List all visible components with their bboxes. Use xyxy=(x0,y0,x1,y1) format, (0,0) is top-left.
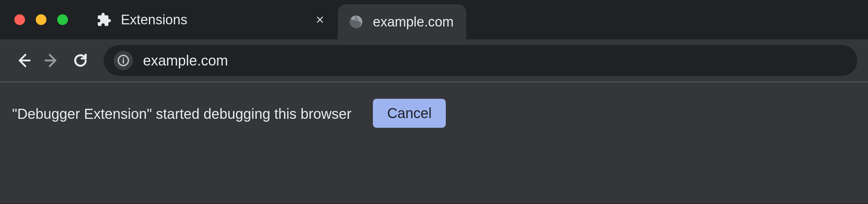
tab-title: Extensions xyxy=(121,12,187,28)
window-close-button[interactable] xyxy=(14,14,25,25)
extension-icon xyxy=(97,12,112,27)
forward-button[interactable] xyxy=(39,48,64,73)
globe-icon xyxy=(349,14,364,29)
toolbar: example.com xyxy=(0,39,868,82)
tab-strip: Extensions example.com xyxy=(0,0,868,39)
tab-extensions[interactable]: Extensions xyxy=(88,0,338,39)
window-controls xyxy=(14,14,68,25)
tab-example-com[interactable]: example.com xyxy=(338,4,466,39)
site-info-button[interactable] xyxy=(114,51,133,70)
tab-close-button[interactable] xyxy=(315,14,325,25)
url-text: example.com xyxy=(143,53,228,69)
window-minimize-button[interactable] xyxy=(36,14,46,25)
tab-title: example.com xyxy=(373,14,454,30)
debugger-infobar: "Debugger Extension" started debugging t… xyxy=(0,82,868,203)
reload-icon xyxy=(73,53,88,68)
infobar-message: "Debugger Extension" started debugging t… xyxy=(12,99,351,128)
omnibox[interactable]: example.com xyxy=(104,45,857,76)
reload-button[interactable] xyxy=(68,48,93,73)
tabs-container: Extensions example.com xyxy=(88,0,466,39)
close-icon xyxy=(315,14,325,25)
back-button[interactable] xyxy=(11,48,36,73)
arrow-right-icon xyxy=(43,52,60,69)
svg-point-3 xyxy=(123,58,124,59)
info-icon xyxy=(117,54,129,67)
cancel-button[interactable]: Cancel xyxy=(373,99,446,128)
window-zoom-button[interactable] xyxy=(57,14,68,25)
arrow-left-icon xyxy=(15,52,32,69)
